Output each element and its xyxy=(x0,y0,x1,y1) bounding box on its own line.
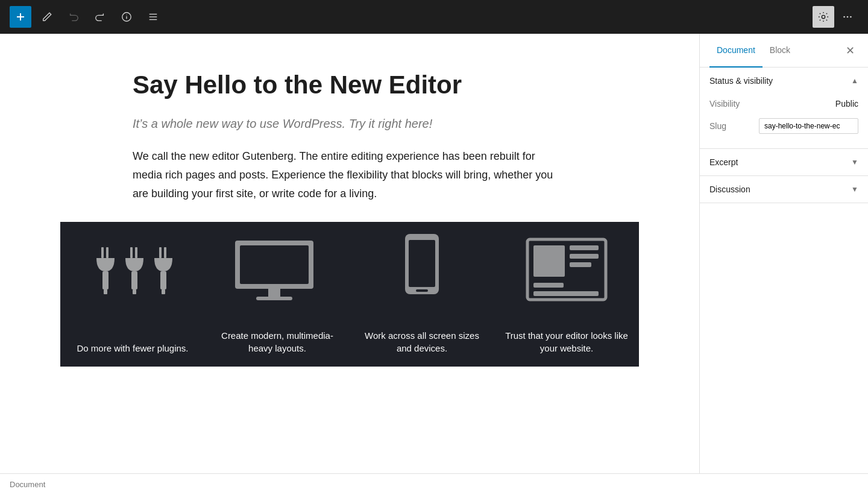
svg-rect-26 xyxy=(268,289,280,297)
svg-rect-13 xyxy=(106,247,108,258)
card-caption-4: Trust that your editor looks like your w… xyxy=(494,320,639,367)
editor-content: Say Hello to the New Editor It’s a whole… xyxy=(96,70,603,222)
section-excerpt-header[interactable]: Excerpt ▼ xyxy=(700,149,868,175)
image-grid-wrapper: Do more with fewer plugins. xyxy=(96,222,603,367)
svg-rect-25 xyxy=(240,245,309,284)
plugs-icon xyxy=(78,241,187,314)
slug-input[interactable] xyxy=(759,118,858,134)
status-bar: Document xyxy=(0,473,868,495)
svg-rect-34 xyxy=(570,254,599,259)
post-body[interactable]: We call the new editor Gutenberg. The en… xyxy=(133,147,567,203)
svg-rect-15 xyxy=(104,289,107,294)
sidebar: Document Block ✕ Status & visibility ▲ V… xyxy=(699,34,868,473)
svg-rect-37 xyxy=(533,291,599,296)
svg-point-9 xyxy=(843,16,845,18)
section-discussion-header[interactable]: Discussion ▼ xyxy=(700,176,868,203)
svg-rect-12 xyxy=(101,247,104,258)
list-view-button[interactable] xyxy=(142,6,164,28)
chevron-down-icon-excerpt: ▼ xyxy=(851,158,858,166)
more-options-button[interactable] xyxy=(837,6,858,28)
svg-rect-23 xyxy=(162,289,165,294)
visibility-value[interactable]: Public xyxy=(835,99,858,109)
tab-document[interactable]: Document xyxy=(709,34,763,68)
card-caption-1: Do more with fewer plugins. xyxy=(60,332,205,367)
card-icon-1 xyxy=(78,222,187,332)
monitor-icon xyxy=(229,235,326,307)
add-block-button[interactable] xyxy=(10,6,31,28)
ellipsis-icon xyxy=(842,11,853,22)
tab-block[interactable]: Block xyxy=(763,34,797,68)
section-status-visibility: Status & visibility ▲ Visibility Public … xyxy=(700,68,868,149)
post-title[interactable]: Say Hello to the New Editor xyxy=(133,70,567,100)
sidebar-close-button[interactable]: ✕ xyxy=(841,42,858,59)
svg-rect-17 xyxy=(135,247,137,258)
section-excerpt-title: Excerpt xyxy=(709,157,738,167)
svg-rect-32 xyxy=(533,245,565,277)
svg-rect-22 xyxy=(160,271,166,289)
undo-icon xyxy=(68,11,79,22)
visibility-label: Visibility xyxy=(709,99,740,109)
undo-button[interactable] xyxy=(63,6,84,28)
info-button[interactable] xyxy=(116,6,137,28)
toolbar-right xyxy=(813,6,858,28)
info-icon xyxy=(121,11,132,22)
image-card-4[interactable]: Trust that your editor looks like your w… xyxy=(494,222,639,367)
card-caption-3: Work across all screen sizes and devices… xyxy=(350,320,494,367)
svg-rect-20 xyxy=(159,247,162,258)
chevron-up-icon: ▲ xyxy=(851,77,858,85)
edit-button[interactable] xyxy=(36,6,58,28)
section-excerpt: Excerpt ▼ xyxy=(700,149,868,176)
image-card-3[interactable]: Work across all screen sizes and devices… xyxy=(350,222,494,367)
svg-point-11 xyxy=(850,16,852,18)
section-status-visibility-body: Visibility Public Slug xyxy=(700,94,868,148)
layout-icon xyxy=(521,235,612,307)
plus-icon xyxy=(16,12,25,22)
toolbar-left xyxy=(10,6,164,28)
mobile-icon xyxy=(392,232,452,310)
svg-rect-14 xyxy=(102,271,108,289)
toolbar xyxy=(0,0,868,34)
svg-rect-27 xyxy=(256,297,292,300)
slug-row: Slug xyxy=(709,113,858,139)
section-discussion-title: Discussion xyxy=(709,184,750,194)
redo-button[interactable] xyxy=(89,6,111,28)
svg-rect-36 xyxy=(533,283,564,288)
svg-rect-21 xyxy=(164,247,166,258)
list-icon xyxy=(148,11,159,22)
card-icon-4 xyxy=(521,222,612,320)
image-card-1[interactable]: Do more with fewer plugins. xyxy=(60,222,205,367)
settings-button[interactable] xyxy=(813,6,834,28)
card-icon-3 xyxy=(392,222,452,320)
svg-point-4 xyxy=(126,14,127,15)
svg-rect-16 xyxy=(130,247,133,258)
pencil-icon xyxy=(42,11,52,22)
image-grid: Do more with fewer plugins. xyxy=(60,222,639,367)
svg-rect-18 xyxy=(131,271,137,289)
svg-rect-30 xyxy=(416,289,428,292)
card-caption-2: Create modern, multimedia-heavy layouts. xyxy=(205,320,350,367)
editor-area[interactable]: Say Hello to the New Editor It’s a whole… xyxy=(0,34,699,473)
visibility-row: Visibility Public xyxy=(709,94,858,113)
svg-point-10 xyxy=(847,16,849,18)
sidebar-tabs: Document Block ✕ xyxy=(700,34,868,68)
status-bar-label: Document xyxy=(10,480,45,489)
image-card-2[interactable]: Create modern, multimedia-heavy layouts. xyxy=(205,222,350,367)
svg-rect-33 xyxy=(570,245,599,250)
section-status-visibility-header[interactable]: Status & visibility ▲ xyxy=(700,68,868,94)
main-layout: Say Hello to the New Editor It’s a whole… xyxy=(0,34,868,473)
slug-label: Slug xyxy=(709,121,726,131)
svg-rect-35 xyxy=(570,262,591,267)
section-status-visibility-title: Status & visibility xyxy=(709,76,773,86)
card-icon-2 xyxy=(229,222,326,320)
gear-icon xyxy=(818,11,829,22)
section-discussion: Discussion ▼ xyxy=(700,176,868,203)
post-subtitle[interactable]: It’s a whole new way to use WordPress. T… xyxy=(133,115,567,133)
svg-point-8 xyxy=(822,15,825,18)
redo-icon xyxy=(95,11,105,22)
chevron-down-icon-discussion: ▼ xyxy=(851,185,858,194)
svg-rect-19 xyxy=(133,289,136,294)
svg-rect-29 xyxy=(409,240,435,287)
